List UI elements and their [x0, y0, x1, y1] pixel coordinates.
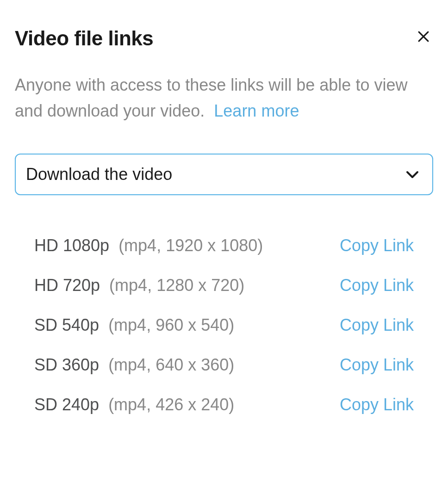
resolution-detail: (mp4, 426 x 240) — [108, 395, 234, 414]
modal-title: Video file links — [15, 27, 153, 50]
copy-link-button[interactable]: Copy Link — [340, 276, 414, 295]
resolution-info: HD 720p (mp4, 1280 x 720) — [34, 276, 244, 295]
close-icon — [416, 29, 431, 44]
copy-link-button[interactable]: Copy Link — [340, 355, 414, 375]
resolution-name: HD 720p — [34, 276, 100, 295]
resolution-row: HD 720p (mp4, 1280 x 720) Copy Link — [34, 276, 414, 295]
resolution-info: SD 240p (mp4, 426 x 240) — [34, 395, 234, 414]
chevron-down-icon — [405, 170, 419, 179]
resolution-row: SD 240p (mp4, 426 x 240) Copy Link — [34, 395, 414, 414]
resolution-row: SD 360p (mp4, 640 x 360) Copy Link — [34, 355, 414, 375]
resolution-info: SD 540p (mp4, 960 x 540) — [34, 315, 234, 335]
dropdown-label: Download the video — [26, 165, 172, 184]
modal-description: Anyone with access to these links will b… — [15, 72, 433, 124]
resolution-detail: (mp4, 1920 x 1080) — [118, 236, 263, 255]
resolution-info: HD 1080p (mp4, 1920 x 1080) — [34, 236, 263, 255]
resolution-info: SD 360p (mp4, 640 x 360) — [34, 355, 234, 375]
resolution-detail: (mp4, 960 x 540) — [108, 315, 234, 334]
copy-link-button[interactable]: Copy Link — [340, 395, 414, 414]
resolution-name: HD 1080p — [34, 236, 109, 255]
resolution-row: HD 1080p (mp4, 1920 x 1080) Copy Link — [34, 236, 414, 255]
resolution-detail: (mp4, 640 x 360) — [108, 355, 234, 374]
learn-more-link[interactable]: Learn more — [214, 101, 299, 120]
resolution-name: SD 360p — [34, 355, 99, 374]
resolution-list: HD 1080p (mp4, 1920 x 1080) Copy Link HD… — [15, 236, 433, 414]
download-dropdown[interactable]: Download the video — [15, 154, 433, 195]
copy-link-button[interactable]: Copy Link — [340, 236, 414, 255]
resolution-name: SD 240p — [34, 395, 99, 414]
resolution-row: SD 540p (mp4, 960 x 540) Copy Link — [34, 315, 414, 335]
modal-header: Video file links — [15, 27, 433, 50]
copy-link-button[interactable]: Copy Link — [340, 315, 414, 335]
description-text: Anyone with access to these links will b… — [15, 75, 407, 120]
resolution-name: SD 540p — [34, 315, 99, 334]
resolution-detail: (mp4, 1280 x 720) — [109, 276, 244, 295]
close-button[interactable] — [414, 27, 433, 46]
